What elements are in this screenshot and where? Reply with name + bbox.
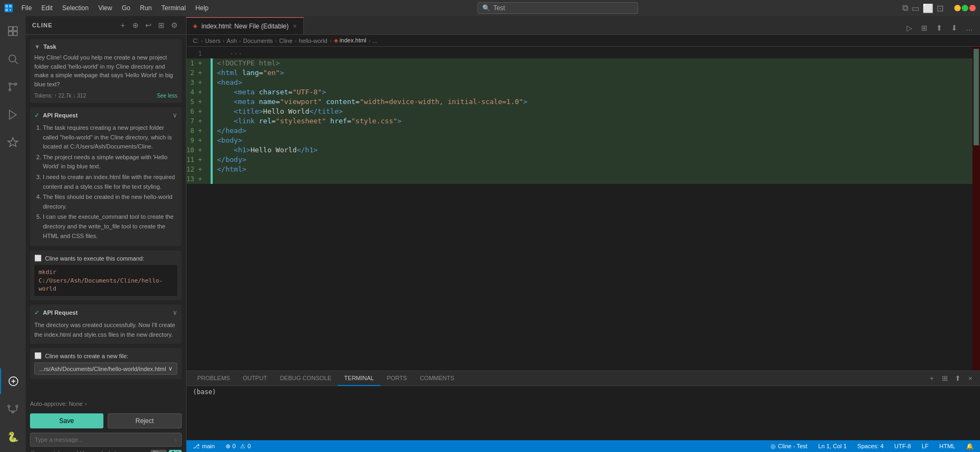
footer-badges: Plan Act	[151, 450, 182, 452]
activity-extensions[interactable]	[0, 130, 26, 155]
split-editor-btn[interactable]: ⧉	[902, 3, 908, 13]
collapse-btn[interactable]: ⬇	[948, 21, 961, 34]
title-bar-controls: ⧉ ▭ ⬜ ⊡	[902, 3, 976, 13]
file-section: ⬜ Cline wants to create a new file: ...r…	[30, 348, 182, 379]
message-input[interactable]	[35, 436, 174, 443]
breadcrumb-ash[interactable]: Ash	[227, 38, 237, 44]
tab-close-btn[interactable]: ×	[293, 23, 297, 30]
panel-tab-problems[interactable]: PROBLEMS	[191, 371, 236, 386]
menu-file[interactable]: File	[17, 3, 36, 13]
panel-up-btn[interactable]: ⬆	[952, 373, 963, 384]
panel-add-btn[interactable]: +	[926, 373, 937, 384]
panel-tab-terminal[interactable]: TERMINAL	[338, 371, 380, 386]
panel-tab-comments[interactable]: COMMENTS	[414, 371, 461, 386]
reject-button[interactable]: Reject	[108, 413, 182, 428]
save-button[interactable]: Save	[30, 413, 103, 428]
panel-tab-output[interactable]: OUTPUT	[236, 371, 273, 386]
activity-explorer[interactable]	[0, 18, 26, 44]
sidebar-content: ▼ Task Hey Cline! Could you help me crea…	[26, 35, 186, 452]
panel-tab-ports[interactable]: PORTS	[380, 371, 414, 386]
status-errors[interactable]: ⊗ 0 ⚠ 0	[223, 443, 253, 450]
sidebar-title: CLINE	[32, 22, 53, 28]
menu-view[interactable]: View	[94, 3, 116, 13]
panel-close-btn[interactable]: ×	[965, 373, 976, 384]
api-request-1-header-left: ✓ API Request	[34, 112, 78, 119]
svg-line-9	[15, 61, 18, 64]
command-header: ⬜ Cline wants to execute this command:	[34, 255, 177, 262]
sidebar-history-btn[interactable]: ↩	[143, 20, 154, 31]
auto-approve-label: Auto-approve: None	[30, 401, 83, 407]
sidebar-add-btn[interactable]: ⊕	[130, 20, 141, 31]
badge-act[interactable]: Act	[169, 450, 182, 452]
status-language[interactable]: HTML	[937, 443, 957, 449]
status-encoding[interactable]: UTF-8	[892, 443, 913, 449]
api-request-2-header[interactable]: ✓ API Request ∨	[30, 305, 182, 321]
send-button[interactable]: ›	[174, 435, 177, 444]
toggle-panel-btn[interactable]: ⬜	[923, 3, 933, 13]
activity-search[interactable]	[0, 46, 26, 72]
panel-tab-debug[interactable]: DEBUG CONSOLE	[273, 371, 338, 386]
split-editor-btn[interactable]: ⊞	[918, 21, 931, 34]
editor-tab-index[interactable]: ◈ index.html: New File (Editable) ×	[186, 17, 304, 34]
breadcrumb-users[interactable]: Users	[205, 38, 221, 44]
see-less-link[interactable]: See less	[157, 93, 177, 99]
code-line-6: 6 + <title>Hello World</title>	[186, 107, 980, 116]
auto-approve-row[interactable]: Auto-approve: None ›	[30, 398, 182, 409]
code-line-11: 11 + </body>	[186, 155, 980, 165]
file-dropdown-chevron: ∨	[168, 365, 173, 372]
svg-rect-1	[9, 5, 12, 8]
file-path-dropdown[interactable]: ...rs/Ash/Documents/Cline/hello-world/in…	[34, 362, 177, 375]
maximize-btn[interactable]	[962, 5, 968, 11]
warning-icon: ⚠	[240, 443, 245, 450]
message-input-row: ›	[30, 433, 182, 447]
command-label: Cline wants to execute this command:	[45, 255, 144, 262]
sidebar-settings-btn[interactable]: ⚙	[169, 20, 179, 31]
status-notifications[interactable]: 🔔	[964, 443, 976, 450]
activity-git[interactable]	[0, 396, 26, 422]
api-text-2: The directory was created successfully. …	[34, 322, 175, 338]
breadcrumb-c[interactable]: C:	[193, 38, 199, 44]
status-eol[interactable]: LF	[919, 443, 931, 449]
menu-help[interactable]: Help	[191, 3, 213, 13]
api-item-4: The files should be created in the new h…	[43, 192, 177, 211]
menu-run[interactable]: Run	[136, 3, 156, 13]
breadcrumb-hello-world[interactable]: hello-world	[299, 38, 327, 44]
status-spaces[interactable]: Spaces: 4	[855, 443, 886, 449]
activity-source-control[interactable]	[0, 74, 26, 100]
minimize-btn[interactable]	[954, 5, 961, 11]
panel-split-btn[interactable]: ⊞	[939, 373, 950, 384]
run-btn[interactable]: ▷	[903, 21, 916, 34]
activity-cline[interactable]	[0, 368, 26, 394]
task-text: Hey Cline! Could you help me create a ne…	[34, 53, 177, 88]
menu-go[interactable]: Go	[117, 3, 134, 13]
close-btn[interactable]	[969, 5, 976, 11]
status-ln-col[interactable]: Ln 1, Col 1	[816, 443, 849, 449]
menu-edit[interactable]: Edit	[37, 3, 57, 13]
breadcrumb-documents[interactable]: Documents	[243, 38, 273, 44]
svg-rect-4	[9, 27, 12, 31]
breadcrumb-more[interactable]: ...	[372, 38, 377, 44]
toggle-sidebar-btn[interactable]: ▭	[911, 3, 919, 13]
activity-python[interactable]: 🐍	[0, 424, 26, 450]
breadcrumb-cline[interactable]: Cline	[279, 38, 293, 44]
activity-run-debug[interactable]	[0, 102, 26, 128]
menu-terminal[interactable]: Terminal	[157, 3, 190, 13]
more-actions-btn[interactable]: ⬆	[933, 21, 946, 34]
status-bar-left: ⎇ main ⊗ 0 ⚠ 0	[191, 443, 253, 450]
api-request-1-header[interactable]: ✓ API Request ∨	[30, 107, 182, 123]
git-branch-icon: ⎇	[193, 443, 200, 450]
toggle-fullscreen-btn[interactable]: ⊡	[937, 3, 944, 13]
status-cline[interactable]: ◎ Cline - Test	[768, 443, 810, 450]
search-bar[interactable]: 🔍 Test	[477, 2, 638, 14]
badge-plan[interactable]: Plan	[151, 450, 167, 452]
menu-selection[interactable]: Selection	[58, 3, 93, 13]
status-branch[interactable]: ⎇ main	[191, 443, 217, 450]
ellipsis-btn[interactable]: …	[963, 21, 976, 34]
sidebar-split-btn[interactable]: ⊞	[156, 20, 167, 31]
footer-info: @ openai:deepseek/deepseek-chat Plan Act	[30, 450, 182, 452]
breadcrumb-file[interactable]: ◈index.html	[334, 37, 366, 44]
task-footer: Tokens: ↑ 22.7k ↓ 312 See less	[34, 93, 177, 99]
sidebar-new-btn[interactable]: +	[117, 20, 128, 31]
api-item-3: I need to create an index.html file with…	[43, 173, 177, 191]
code-editor[interactable]: 1 ··· 1 + <!DOCTYPE html> 2 + <html lang…	[186, 47, 980, 371]
